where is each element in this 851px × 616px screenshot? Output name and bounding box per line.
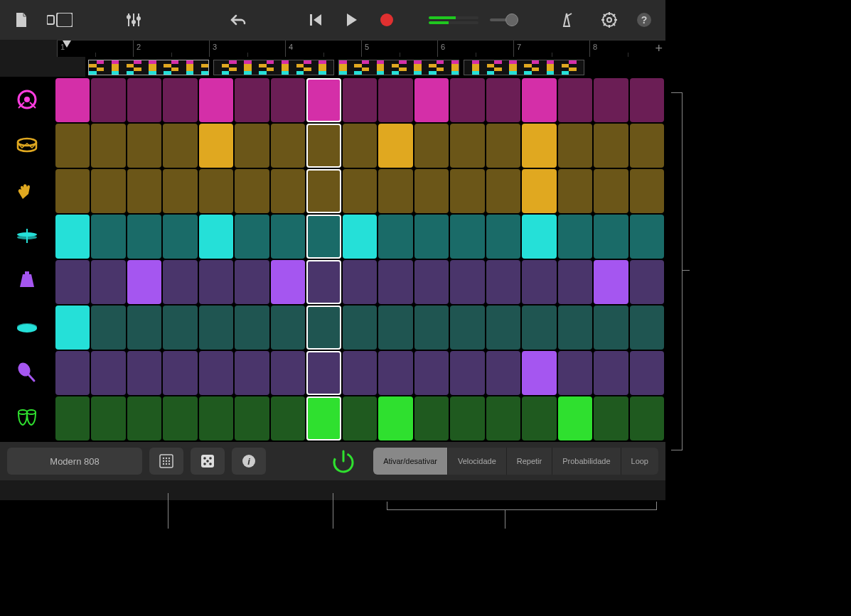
mode-tab-loop[interactable]: Loop	[621, 448, 658, 475]
step-cell[interactable]	[378, 215, 412, 259]
instrument-kick-icon[interactable]	[0, 77, 54, 122]
step-cell[interactable]	[306, 260, 341, 304]
go-to-start-icon[interactable]	[302, 6, 330, 34]
step-cell[interactable]	[450, 306, 484, 350]
instrument-hihat-icon[interactable]	[0, 213, 54, 259]
step-cell[interactable]	[127, 260, 161, 304]
step-cell[interactable]	[55, 124, 90, 168]
step-cell[interactable]	[450, 78, 484, 122]
step-cell[interactable]	[522, 306, 556, 350]
step-cell[interactable]	[522, 260, 556, 304]
step-cell[interactable]	[235, 351, 269, 395]
step-cell[interactable]	[486, 215, 520, 259]
step-cell[interactable]	[378, 260, 412, 304]
step-cell[interactable]	[199, 215, 233, 259]
step-cell[interactable]	[91, 306, 125, 350]
step-cell[interactable]	[271, 351, 305, 395]
step-cell[interactable]	[414, 351, 449, 395]
step-cell[interactable]	[199, 260, 233, 304]
step-cell[interactable]	[235, 215, 269, 259]
step-cell[interactable]	[199, 306, 233, 350]
view-mode-icon[interactable]	[42, 6, 77, 34]
instrument-cowbell-icon[interactable]	[0, 259, 54, 304]
step-cell[interactable]	[343, 78, 377, 122]
step-cell[interactable]	[522, 78, 556, 122]
instrument-clap-icon[interactable]	[0, 168, 54, 213]
overview-pattern[interactable]	[88, 60, 209, 75]
step-cell[interactable]	[163, 351, 197, 395]
step-cell[interactable]	[163, 169, 197, 213]
step-cell[interactable]	[558, 169, 592, 213]
step-cell[interactable]	[522, 215, 556, 259]
add-track-icon[interactable]: +	[655, 41, 663, 56]
step-cell[interactable]	[199, 78, 233, 122]
step-cell[interactable]	[558, 306, 592, 350]
step-cell[interactable]	[450, 351, 484, 395]
record-icon[interactable]	[373, 6, 400, 34]
instrument-perc-icon[interactable]	[0, 304, 54, 350]
step-cell[interactable]	[127, 78, 161, 122]
step-cell[interactable]	[271, 306, 305, 350]
step-cell[interactable]	[630, 351, 664, 395]
step-cell[interactable]	[594, 306, 628, 350]
step-cell[interactable]	[343, 306, 377, 350]
step-cell[interactable]	[163, 215, 197, 259]
step-cell[interactable]	[271, 260, 305, 304]
step-cell[interactable]	[199, 124, 233, 168]
step-cell[interactable]	[558, 351, 592, 395]
step-cell[interactable]	[306, 124, 341, 168]
step-cell[interactable]	[55, 78, 90, 122]
step-cell[interactable]	[558, 396, 592, 441]
step-cell[interactable]	[343, 124, 377, 168]
step-cell[interactable]	[343, 260, 377, 304]
step-cell[interactable]	[343, 169, 377, 213]
step-cell[interactable]	[127, 124, 161, 168]
step-cell[interactable]	[91, 260, 125, 304]
step-cell[interactable]	[91, 169, 125, 213]
step-cell[interactable]	[127, 396, 161, 441]
step-cell[interactable]	[55, 260, 90, 304]
step-cell[interactable]	[271, 124, 305, 168]
undo-icon[interactable]	[225, 6, 253, 34]
step-cell[interactable]	[127, 215, 161, 259]
step-cell[interactable]	[378, 306, 412, 350]
step-cell[interactable]	[486, 260, 520, 304]
step-cell[interactable]	[630, 78, 664, 122]
step-cell[interactable]	[271, 78, 305, 122]
step-cell[interactable]	[235, 306, 269, 350]
step-cell[interactable]	[163, 78, 197, 122]
step-cell[interactable]	[558, 78, 592, 122]
step-cell[interactable]	[306, 78, 341, 122]
step-cell[interactable]	[414, 396, 449, 441]
step-cell[interactable]	[630, 215, 664, 259]
step-cell[interactable]	[486, 306, 520, 350]
step-cell[interactable]	[306, 396, 341, 441]
step-cell[interactable]	[594, 396, 628, 441]
step-cell[interactable]	[163, 306, 197, 350]
step-cell[interactable]	[235, 124, 269, 168]
step-cell[interactable]	[127, 306, 161, 350]
step-cell[interactable]	[486, 169, 520, 213]
step-cell[interactable]	[450, 169, 484, 213]
mixer-icon[interactable]	[119, 6, 147, 34]
step-cell[interactable]	[486, 124, 520, 168]
step-cell[interactable]	[91, 78, 125, 122]
step-cell[interactable]	[55, 169, 90, 213]
randomize-icon[interactable]	[191, 448, 225, 475]
mode-tab-ativar-desativar[interactable]: Ativar/desativar	[373, 448, 448, 475]
step-cell[interactable]	[306, 306, 341, 350]
volume-slider[interactable]	[490, 18, 518, 21]
step-cell[interactable]	[55, 215, 90, 259]
step-cell[interactable]	[486, 78, 520, 122]
overview-pattern[interactable]	[464, 60, 584, 75]
step-cell[interactable]	[55, 306, 90, 350]
step-cell[interactable]	[414, 78, 449, 122]
step-cell[interactable]	[630, 306, 664, 350]
step-cell[interactable]	[630, 169, 664, 213]
step-cell[interactable]	[378, 351, 412, 395]
step-cell[interactable]	[378, 396, 412, 441]
step-cell[interactable]	[522, 351, 556, 395]
step-cell[interactable]	[55, 396, 90, 441]
metronome-icon[interactable]	[553, 6, 581, 34]
step-cell[interactable]	[414, 215, 449, 259]
